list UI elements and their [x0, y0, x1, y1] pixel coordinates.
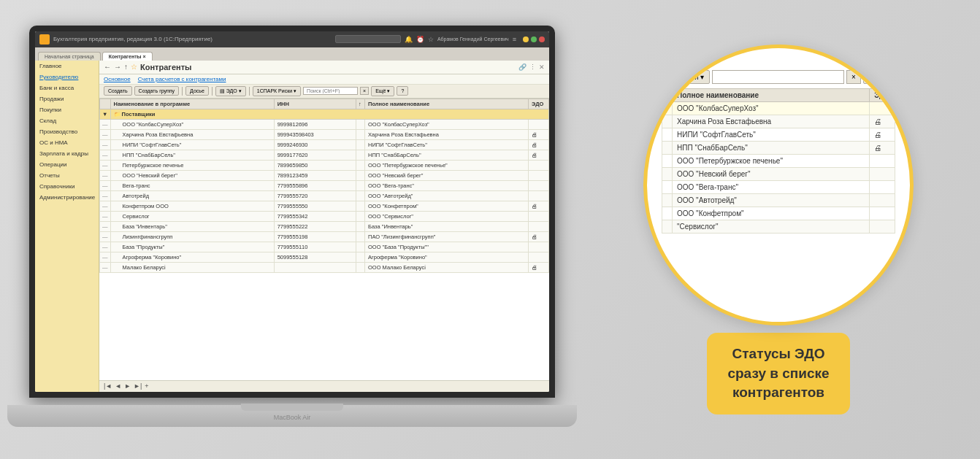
global-search-input[interactable] — [335, 35, 401, 43]
tab-bar: Начальная страница Контрагенты × — [35, 47, 549, 61]
content-area: ← → ↑ ☆ Контрагенты 🔗 ⋮ ✕ Основн — [99, 61, 549, 392]
bell-icon: 🔔 — [405, 36, 413, 43]
user-name: Абрамов Геннадий Сергеевич — [437, 36, 509, 42]
table-row[interactable]: — Вега-транс 7799555896 ООО "Вега-транс" — [100, 180, 549, 190]
nav-prev-icon[interactable]: ◄ — [115, 382, 121, 390]
page-title-star: ☆ — [131, 63, 137, 71]
dosye-button[interactable]: Досье — [185, 86, 209, 96]
zoom-table-row[interactable]: ООО "Невский берег" — [662, 168, 895, 181]
sidebar-item-sklad[interactable]: Склад — [35, 115, 99, 126]
sidebar-item-reports[interactable]: Отчеты — [35, 170, 99, 181]
col-marker — [100, 99, 111, 109]
zoom-toolbar: РК Риски ▾ × Ещё ▾ — [662, 70, 895, 84]
sidebar-item-os[interactable]: ОС и НМА — [35, 137, 99, 148]
app-title: Бухгалтерия предприятия, редакция 3.0 (1… — [53, 36, 332, 42]
zoom-circle: РК Риски ▾ × Ещё ▾ ↑ Полное наименование… — [643, 45, 914, 325]
callout-box: Статусы ЭДОсразу в спискеконтрагентов — [707, 333, 849, 414]
data-table: Наименование в программе ИНН ↑ Полное на… — [99, 99, 549, 380]
zoom-table-row[interactable]: ООО "Вега-транс" — [662, 181, 895, 194]
sidebar-item-production[interactable]: Производство — [35, 126, 99, 137]
content-header: ← → ↑ ☆ Контрагенты 🔗 ⋮ ✕ — [99, 61, 549, 74]
close-content-icon[interactable]: ✕ — [539, 63, 545, 71]
col-sort[interactable]: ↑ — [356, 99, 365, 109]
table-row[interactable]: — Автотрейд 7799555720 ООО "Автотрейд" — [100, 190, 549, 201]
group-row-suppliers: ▼ 📁 Поставщики — [100, 109, 549, 119]
minimize-btn[interactable] — [523, 36, 529, 42]
sidebar-item-rukovoditelu[interactable]: Руководителю — [35, 72, 99, 82]
table-row[interactable]: — Конфетпром ООО 7799555550 ООО "Конфетп… — [100, 201, 549, 211]
sidebar-item-glavnoe[interactable]: Главное — [35, 61, 99, 72]
nav-last-icon[interactable]: ►| — [134, 382, 142, 390]
zoom-table-row[interactable]: ООО "Петербуржское печенье" — [662, 155, 895, 168]
col-fullname[interactable]: Полное наименование — [365, 99, 529, 109]
zoom-table-row[interactable]: НПП "СнабБарСель" 🖨 — [662, 142, 895, 155]
create-group-button[interactable]: Создать группу — [134, 86, 180, 96]
sidebar-item-pokupki[interactable]: Покупки — [35, 104, 99, 115]
app-logo — [39, 34, 50, 45]
zoom-col-edo[interactable]: ЭДО — [870, 89, 895, 102]
sidebar-item-operations[interactable]: Операции — [35, 159, 99, 170]
zoom-col-sort[interactable]: ↑ — [662, 89, 673, 102]
nav-first-icon[interactable]: |◄ — [104, 382, 112, 390]
nav-back-btn[interactable]: ← — [104, 63, 111, 71]
nav-next-icon[interactable]: ► — [124, 382, 131, 390]
close-btn[interactable] — [539, 36, 545, 42]
content-toolbar: Создать Создать группу Досье ▤ ЭДО ▾ 1СП… — [99, 85, 549, 99]
table-row[interactable]: — ООО "КолбасСуперХоз" 9999812696 ООО "К… — [100, 119, 549, 129]
table-row[interactable]: — База "Продукты" 7799555110 ООО "База "… — [100, 242, 549, 252]
zoom-more-btn[interactable]: Ещё ▾ — [863, 70, 895, 84]
edo-button[interactable]: ▤ ЭДО ▾ — [215, 86, 246, 96]
link-basic[interactable]: Основное — [104, 76, 131, 82]
zoom-table-wrapper: ↑ Полное наименование ЭДО ООО "КолбасСуп… — [662, 88, 895, 300]
laptop-screen-bezel: Бухгалтерия предприятия, редакция 3.0 (1… — [29, 26, 555, 398]
sidebar-item-admin[interactable]: Администрирование — [35, 192, 99, 203]
sidebar-item-directories[interactable]: Справочники — [35, 181, 99, 192]
table-row[interactable]: — НПП "СнабБарСель" 9999177620 НПП "Снаб… — [100, 150, 549, 160]
page-title: Контрагенты — [140, 63, 191, 72]
laptop: Бухгалтерия предприятия, редакция 3.0 (1… — [7, 18, 577, 441]
zoom-col-fullname[interactable]: Полное наименование — [673, 89, 870, 102]
zoom-circle-content: РК Риски ▾ × Ещё ▾ ↑ Полное наименование… — [662, 70, 895, 300]
zoom-search-clear-btn[interactable]: × — [846, 70, 861, 84]
col-name[interactable]: Наименование в программе — [110, 99, 274, 109]
zoom-table-row[interactable]: "Сервислог" — [662, 220, 895, 234]
sidebar-item-salary[interactable]: Зарплата и кадры — [35, 148, 99, 159]
tab-contractors[interactable]: Контрагенты × — [102, 52, 153, 61]
zoom-table-row[interactable]: Харчина Роза Евстафьевна 🖨 — [662, 115, 895, 128]
col-edo[interactable]: ЭДО — [529, 99, 549, 109]
table-row[interactable]: — Петербуржское печенье 7899659850 ООО "… — [100, 160, 549, 170]
col-inn[interactable]: ИНН — [274, 99, 356, 109]
more-button[interactable]: Ещё ▾ — [371, 86, 394, 96]
tab-home[interactable]: Начальная страница — [38, 52, 101, 61]
sidebar-item-prodazhi[interactable]: Продажи — [35, 93, 99, 104]
zoom-table-row[interactable]: ООО "КолбасСуперХоз" — [662, 102, 895, 115]
table-row[interactable]: — Малако Беларусі ООО Малако Беларусі 🖨 — [100, 262, 549, 272]
zoom-table-row[interactable]: НИПИ "СофтГлавСеть" 🖨 — [662, 128, 895, 142]
table-row[interactable]: — Сервислог 7799555342 ООО "Сервислог" — [100, 211, 549, 221]
help-button[interactable]: ? — [397, 86, 408, 96]
zoom-search-input[interactable] — [712, 70, 844, 84]
add-row-icon[interactable]: + — [145, 382, 148, 390]
nav-up-btn[interactable]: ↑ — [124, 63, 128, 71]
clock-icon: ⏰ — [416, 36, 424, 43]
table-row[interactable]: — ООО "Невский берег" 7899123459 ООО "Не… — [100, 170, 549, 180]
search-field[interactable] — [303, 87, 358, 95]
table-row[interactable]: — Харчина Роза Евстафьевна 999943598403 … — [100, 129, 549, 139]
links-bar: Основное Счета расчетов с контрагентами — [99, 74, 549, 85]
create-button[interactable]: Создать — [104, 86, 132, 96]
search-clear-btn[interactable]: × — [360, 87, 369, 95]
table-row[interactable]: — Лизингфинансгрупп 7799555198 ПАО "Лизи… — [100, 231, 549, 242]
table-row[interactable]: — Агроферма "Коровино" 5099555128 Агрофе… — [100, 252, 549, 262]
maximize-btn[interactable] — [531, 36, 537, 42]
sidebar-item-bank[interactable]: Банк и касса — [35, 82, 99, 93]
spark-button[interactable]: 1СПАРК Риски ▾ — [253, 86, 301, 96]
link-accounts[interactable]: Счета расчетов с контрагентами — [138, 76, 226, 82]
zoom-table-row[interactable]: ООО "Автотрейд" — [662, 194, 895, 207]
table-row[interactable]: — НИПИ "СофтГлавСеть" 9999246930 НИПИ "С… — [100, 139, 549, 150]
zoom-table-row[interactable]: ООО "Конфетпром" — [662, 207, 895, 220]
callout-text: Статусы ЭДОсразу в спискеконтрагентов — [727, 344, 829, 403]
zoom-spark-btn[interactable]: РК Риски ▾ — [662, 70, 710, 84]
bottom-toolbar: |◄ ◄ ► ►| + — [99, 380, 549, 392]
table-row[interactable]: — База "Инвентарь" 7799555222 База "Инве… — [100, 221, 549, 231]
nav-forward-btn[interactable]: → — [114, 63, 121, 71]
